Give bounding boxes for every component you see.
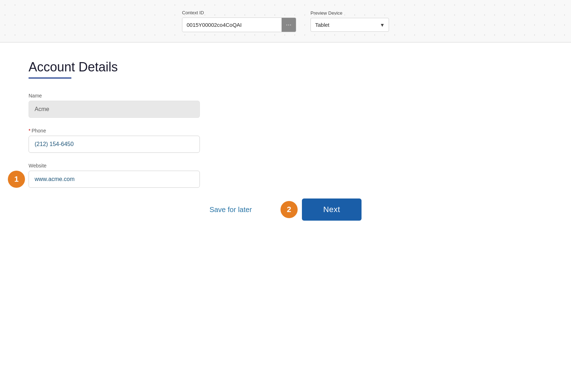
context-id-input-wrapper: ⋯: [182, 17, 296, 32]
next-button[interactable]: Next: [302, 198, 362, 221]
save-later-button[interactable]: Save for later: [209, 206, 252, 214]
name-field-group: Name: [29, 93, 228, 118]
name-label: Name: [29, 93, 228, 99]
name-input[interactable]: [29, 101, 200, 118]
phone-input[interactable]: [29, 136, 200, 153]
preview-device-select-wrapper: Mobile Tablet Desktop ▼: [310, 18, 389, 32]
form-section: Name * Phone Website 1: [29, 93, 228, 188]
context-id-input[interactable]: [182, 18, 282, 31]
main-content: Account Details Name * Phone Website: [0, 42, 571, 392]
page-title: Account Details: [29, 60, 542, 75]
preview-device-label: Preview Device: [310, 10, 389, 16]
preview-device-select[interactable]: Mobile Tablet Desktop: [310, 18, 389, 32]
top-bar: Context ID ⋯ Preview Device Mobile Table…: [0, 0, 571, 42]
context-id-group: Context ID ⋯: [182, 10, 296, 32]
action-bar: Save for later 2 Next: [29, 188, 542, 228]
phone-field-group: * Phone: [29, 128, 228, 153]
step-badge-2: 2: [281, 201, 298, 218]
dots-icon: ⋯: [286, 21, 292, 28]
preview-device-group: Preview Device Mobile Tablet Desktop ▼: [310, 10, 389, 32]
step-badge-1: 1: [8, 171, 25, 188]
next-button-group: 2 Next: [281, 198, 362, 221]
required-star: *: [29, 128, 30, 134]
website-label: Website: [29, 163, 228, 169]
website-field-group: Website 1: [29, 163, 228, 188]
context-id-menu-button[interactable]: ⋯: [282, 18, 296, 32]
phone-label: * Phone: [29, 128, 228, 134]
website-input[interactable]: [29, 171, 200, 188]
context-id-label: Context ID: [182, 10, 296, 15]
title-underline: [29, 77, 71, 79]
